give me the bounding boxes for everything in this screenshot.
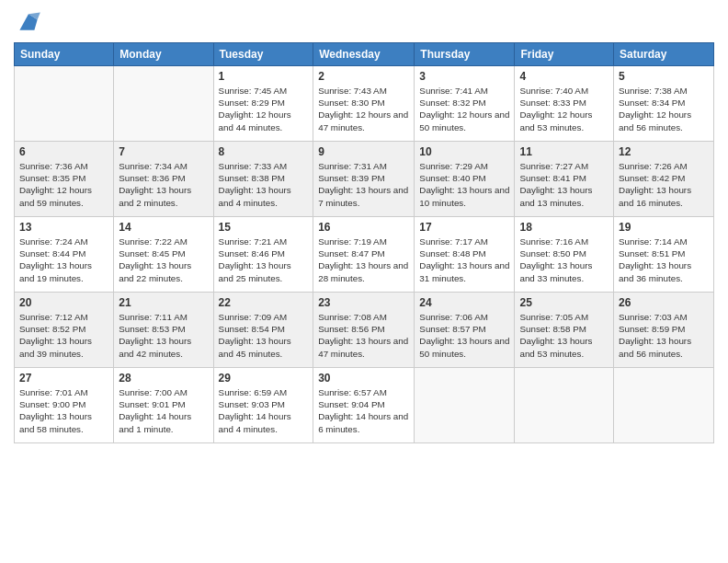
weekday-header-tuesday: Tuesday (213, 43, 313, 66)
day-number: 7 (119, 145, 208, 158)
weekday-header-wednesday: Wednesday (313, 43, 415, 66)
day-number: 24 (419, 296, 509, 309)
day-number: 10 (419, 145, 509, 158)
header (14, 9, 714, 35)
day-number: 5 (619, 70, 709, 83)
calendar-cell: 20Sunrise: 7:12 AM Sunset: 8:52 PM Dayli… (15, 293, 114, 368)
day-number: 30 (318, 372, 409, 385)
calendar-cell: 11Sunrise: 7:27 AM Sunset: 8:41 PM Dayli… (515, 142, 614, 217)
day-info: Sunrise: 7:41 AM Sunset: 8:32 PM Dayligh… (419, 85, 509, 133)
weekday-header-saturday: Saturday (614, 43, 714, 66)
calendar-cell: 17Sunrise: 7:17 AM Sunset: 8:48 PM Dayli… (415, 217, 515, 293)
day-number: 2 (318, 70, 409, 83)
day-info: Sunrise: 7:22 AM Sunset: 8:45 PM Dayligh… (119, 236, 208, 284)
calendar-cell: 30Sunrise: 6:57 AM Sunset: 9:04 PM Dayli… (313, 368, 415, 443)
calendar-cell: 19Sunrise: 7:14 AM Sunset: 8:51 PM Dayli… (614, 217, 714, 293)
day-info: Sunrise: 6:57 AM Sunset: 9:04 PM Dayligh… (318, 386, 409, 435)
calendar-cell: 4Sunrise: 7:40 AM Sunset: 8:33 PM Daylig… (515, 66, 614, 142)
calendar-cell: 15Sunrise: 7:21 AM Sunset: 8:46 PM Dayli… (213, 217, 313, 293)
day-info: Sunrise: 7:05 AM Sunset: 8:58 PM Dayligh… (519, 311, 609, 360)
calendar-cell: 16Sunrise: 7:19 AM Sunset: 8:47 PM Dayli… (313, 217, 415, 293)
logo (14, 9, 47, 35)
calendar-table: SundayMondayTuesdayWednesdayThursdayFrid… (14, 42, 714, 443)
day-info: Sunrise: 7:09 AM Sunset: 8:54 PM Dayligh… (219, 311, 309, 360)
calendar-cell (114, 66, 213, 142)
day-number: 18 (519, 221, 609, 234)
day-number: 16 (318, 221, 409, 234)
calendar-cell: 2Sunrise: 7:43 AM Sunset: 8:30 PM Daylig… (313, 66, 415, 142)
day-info: Sunrise: 7:26 AM Sunset: 8:42 PM Dayligh… (619, 160, 709, 209)
calendar-cell: 13Sunrise: 7:24 AM Sunset: 8:44 PM Dayli… (15, 217, 114, 293)
calendar-cell (15, 66, 114, 142)
logo-icon (14, 9, 43, 35)
day-info: Sunrise: 7:14 AM Sunset: 8:51 PM Dayligh… (619, 236, 709, 284)
calendar-cell: 8Sunrise: 7:33 AM Sunset: 8:38 PM Daylig… (213, 142, 313, 217)
calendar-cell: 14Sunrise: 7:22 AM Sunset: 8:45 PM Dayli… (114, 217, 213, 293)
calendar-week-5: 27Sunrise: 7:01 AM Sunset: 9:00 PM Dayli… (15, 368, 714, 443)
day-info: Sunrise: 7:31 AM Sunset: 8:39 PM Dayligh… (318, 160, 409, 209)
day-number: 28 (119, 372, 208, 385)
day-number: 14 (119, 221, 208, 234)
weekday-header-friday: Friday (515, 43, 614, 66)
calendar-cell: 28Sunrise: 7:00 AM Sunset: 9:01 PM Dayli… (114, 368, 213, 443)
calendar-cell: 21Sunrise: 7:11 AM Sunset: 8:53 PM Dayli… (114, 293, 213, 368)
calendar-cell (515, 368, 614, 443)
weekday-header-thursday: Thursday (415, 43, 515, 66)
day-info: Sunrise: 7:34 AM Sunset: 8:36 PM Dayligh… (119, 160, 208, 209)
day-number: 6 (19, 145, 108, 158)
day-info: Sunrise: 7:24 AM Sunset: 8:44 PM Dayligh… (19, 236, 108, 284)
day-info: Sunrise: 7:01 AM Sunset: 9:00 PM Dayligh… (19, 386, 108, 435)
calendar-cell: 5Sunrise: 7:38 AM Sunset: 8:34 PM Daylig… (614, 66, 714, 142)
day-number: 15 (219, 221, 309, 234)
day-info: Sunrise: 7:27 AM Sunset: 8:41 PM Dayligh… (519, 160, 609, 209)
calendar-cell: 22Sunrise: 7:09 AM Sunset: 8:54 PM Dayli… (213, 293, 313, 368)
day-number: 19 (619, 221, 709, 234)
day-info: Sunrise: 7:38 AM Sunset: 8:34 PM Dayligh… (619, 85, 709, 133)
calendar-week-1: 1Sunrise: 7:45 AM Sunset: 8:29 PM Daylig… (15, 66, 714, 142)
weekday-header-sunday: Sunday (15, 43, 114, 66)
day-info: Sunrise: 7:08 AM Sunset: 8:56 PM Dayligh… (318, 311, 409, 360)
calendar-cell: 1Sunrise: 7:45 AM Sunset: 8:29 PM Daylig… (213, 66, 313, 142)
calendar-cell: 29Sunrise: 6:59 AM Sunset: 9:03 PM Dayli… (213, 368, 313, 443)
day-info: Sunrise: 7:06 AM Sunset: 8:57 PM Dayligh… (419, 311, 509, 360)
day-number: 11 (519, 145, 609, 158)
calendar-cell (415, 368, 515, 443)
day-info: Sunrise: 7:12 AM Sunset: 8:52 PM Dayligh… (19, 311, 108, 360)
calendar-cell: 12Sunrise: 7:26 AM Sunset: 8:42 PM Dayli… (614, 142, 714, 217)
day-number: 13 (19, 221, 108, 234)
day-number: 8 (219, 145, 309, 158)
calendar-week-2: 6Sunrise: 7:36 AM Sunset: 8:35 PM Daylig… (15, 142, 714, 217)
day-number: 27 (19, 372, 108, 385)
day-number: 29 (219, 372, 309, 385)
day-info: Sunrise: 7:33 AM Sunset: 8:38 PM Dayligh… (219, 160, 309, 209)
page: SundayMondayTuesdayWednesdayThursdayFrid… (0, 0, 728, 563)
calendar-cell: 9Sunrise: 7:31 AM Sunset: 8:39 PM Daylig… (313, 142, 415, 217)
day-number: 26 (619, 296, 709, 309)
day-number: 25 (519, 296, 609, 309)
calendar-cell: 6Sunrise: 7:36 AM Sunset: 8:35 PM Daylig… (15, 142, 114, 217)
day-info: Sunrise: 7:16 AM Sunset: 8:50 PM Dayligh… (519, 236, 609, 284)
calendar-week-4: 20Sunrise: 7:12 AM Sunset: 8:52 PM Dayli… (15, 293, 714, 368)
weekday-header-monday: Monday (114, 43, 213, 66)
day-info: Sunrise: 7:45 AM Sunset: 8:29 PM Dayligh… (219, 85, 309, 133)
day-number: 22 (219, 296, 309, 309)
calendar-week-3: 13Sunrise: 7:24 AM Sunset: 8:44 PM Dayli… (15, 217, 714, 293)
day-info: Sunrise: 7:00 AM Sunset: 9:01 PM Dayligh… (119, 386, 208, 435)
calendar-cell: 7Sunrise: 7:34 AM Sunset: 8:36 PM Daylig… (114, 142, 213, 217)
weekday-header-row: SundayMondayTuesdayWednesdayThursdayFrid… (15, 43, 714, 66)
day-info: Sunrise: 6:59 AM Sunset: 9:03 PM Dayligh… (219, 386, 309, 435)
day-info: Sunrise: 7:29 AM Sunset: 8:40 PM Dayligh… (419, 160, 509, 209)
day-info: Sunrise: 7:43 AM Sunset: 8:30 PM Dayligh… (318, 85, 409, 133)
calendar-cell: 3Sunrise: 7:41 AM Sunset: 8:32 PM Daylig… (415, 66, 515, 142)
calendar-cell (614, 368, 714, 443)
day-number: 9 (318, 145, 409, 158)
day-info: Sunrise: 7:03 AM Sunset: 8:59 PM Dayligh… (619, 311, 709, 360)
calendar-cell: 25Sunrise: 7:05 AM Sunset: 8:58 PM Dayli… (515, 293, 614, 368)
day-number: 23 (318, 296, 409, 309)
day-number: 12 (619, 145, 709, 158)
calendar-cell: 18Sunrise: 7:16 AM Sunset: 8:50 PM Dayli… (515, 217, 614, 293)
day-number: 17 (419, 221, 509, 234)
day-info: Sunrise: 7:17 AM Sunset: 8:48 PM Dayligh… (419, 236, 509, 284)
calendar-cell: 10Sunrise: 7:29 AM Sunset: 8:40 PM Dayli… (415, 142, 515, 217)
day-info: Sunrise: 7:40 AM Sunset: 8:33 PM Dayligh… (519, 85, 609, 133)
